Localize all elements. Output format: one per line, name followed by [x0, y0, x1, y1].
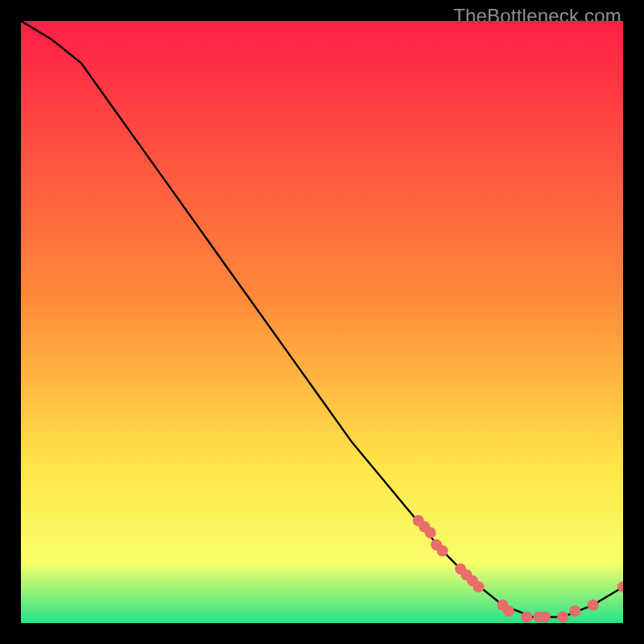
data-marker — [588, 600, 599, 611]
data-marker — [503, 605, 514, 617]
data-marker — [425, 527, 436, 539]
data-marker — [437, 545, 448, 556]
data-marker — [473, 581, 485, 592]
data-marker — [557, 612, 568, 623]
data-marker — [569, 605, 580, 617]
plot-area — [21, 21, 623, 623]
data-marker — [539, 612, 551, 623]
chart-frame: TheBottleneck.com — [0, 0, 644, 644]
data-marker — [521, 612, 532, 623]
gradient-rect — [21, 21, 623, 623]
chart-svg — [21, 21, 623, 623]
